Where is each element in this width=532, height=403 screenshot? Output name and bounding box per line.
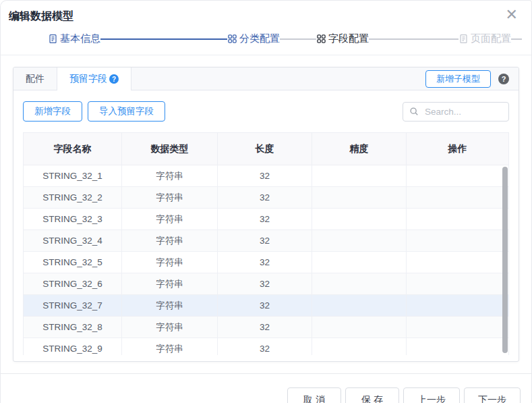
add-field-button[interactable]: 新增字段 xyxy=(23,101,82,122)
cell-precision xyxy=(312,273,407,294)
cell-actions xyxy=(407,317,508,338)
cell-length: 32 xyxy=(218,295,312,316)
fields-panel: 配件 预留字段 ? 新增子模型 ? 新增字段 导入预留字段 字段名称数据类型长度… xyxy=(13,67,519,362)
cell-length: 32 xyxy=(218,252,312,273)
close-icon[interactable]: ✕ xyxy=(506,8,518,22)
step-connector xyxy=(100,38,227,40)
table-row[interactable]: STRING_32_9字符串32 xyxy=(24,338,508,355)
cell-length: 32 xyxy=(218,273,312,294)
table-row[interactable]: STRING_32_6字符串32 xyxy=(24,273,508,295)
column-header: 精度 xyxy=(312,133,407,165)
cell-type: 字符串 xyxy=(122,230,218,251)
help-icon[interactable]: ? xyxy=(109,74,119,84)
table-header-row: 字段名称数据类型长度精度操作 xyxy=(24,133,508,165)
search-box[interactable] xyxy=(403,102,509,122)
cell-actions xyxy=(407,252,508,273)
document-icon xyxy=(459,34,469,44)
cell-name: STRING_32_2 xyxy=(24,187,122,208)
tab-reserved-fields[interactable]: 预留字段 ? xyxy=(57,68,131,90)
cell-precision xyxy=(312,187,407,208)
table-row[interactable]: STRING_32_3字符串32 xyxy=(24,209,508,230)
import-reserved-fields-button[interactable]: 导入预留字段 xyxy=(88,101,165,122)
table-toolbar: 新增字段 导入预留字段 xyxy=(23,101,509,122)
cell-actions xyxy=(407,295,508,316)
dialog-header: 编辑数据模型 ✕ 基本信息分类配置字段配置页面配置 xyxy=(1,1,531,55)
tab-bar: 配件 预留字段 ? 新增子模型 ? xyxy=(13,68,519,90)
column-header: 数据类型 xyxy=(122,133,218,165)
cell-type: 字符串 xyxy=(122,317,218,338)
step-1[interactable]: 基本信息 xyxy=(48,32,100,45)
step-connector xyxy=(280,38,316,40)
cell-name: STRING_32_6 xyxy=(24,273,122,294)
cell-precision xyxy=(312,295,407,316)
cell-name: STRING_32_4 xyxy=(24,230,122,251)
cell-length: 32 xyxy=(218,209,312,230)
dialog-title: 编辑数据模型 xyxy=(9,9,531,23)
edit-data-model-dialog: 编辑数据模型 ✕ 基本信息分类配置字段配置页面配置 配件 预留字段 ? 新增子模… xyxy=(0,0,532,403)
cell-type: 字符串 xyxy=(122,295,218,316)
search-icon xyxy=(409,107,419,116)
stepper: 基本信息分类配置字段配置页面配置 xyxy=(9,32,531,46)
vertical-scrollbar[interactable] xyxy=(502,167,508,353)
grid-icon xyxy=(316,34,326,44)
step-label: 页面配置 xyxy=(471,32,511,45)
cell-length: 32 xyxy=(218,187,312,208)
cell-name: STRING_32_3 xyxy=(24,209,122,230)
cell-length: 32 xyxy=(218,165,312,186)
step-connector xyxy=(369,38,459,40)
save-button[interactable]: 保 存 xyxy=(345,387,399,403)
cell-type: 字符串 xyxy=(122,338,218,355)
cell-precision xyxy=(312,317,407,338)
cell-name: STRING_32_5 xyxy=(24,252,122,273)
table-row[interactable]: STRING_32_4字符串32 xyxy=(24,230,508,252)
tab-bar-actions: 新增子模型 ? xyxy=(425,68,519,90)
add-submodel-button[interactable]: 新增子模型 xyxy=(425,70,491,88)
cell-type: 字符串 xyxy=(122,273,218,294)
cell-type: 字符串 xyxy=(122,187,218,208)
column-header: 长度 xyxy=(218,133,312,165)
search-input[interactable] xyxy=(423,106,502,117)
table-row[interactable]: STRING_32_7字符串32 xyxy=(24,295,508,317)
cell-precision xyxy=(312,230,407,251)
cell-actions xyxy=(407,338,508,355)
cell-precision xyxy=(312,209,407,230)
help-icon[interactable]: ? xyxy=(498,74,509,84)
tab-parts[interactable]: 配件 xyxy=(13,68,57,90)
tab-reserved-fields-label: 预留字段 xyxy=(69,73,107,85)
table-row[interactable]: STRING_32_8字符串32 xyxy=(24,317,508,338)
cell-actions xyxy=(407,230,508,251)
grid-icon xyxy=(227,34,237,44)
table-row[interactable]: STRING_32_1字符串32 xyxy=(24,165,508,187)
footer-actions: 取 消保 存上一步下一步 xyxy=(287,387,521,403)
cell-precision xyxy=(312,252,407,273)
step-label: 字段配置 xyxy=(328,32,369,45)
step-label: 分类配置 xyxy=(239,32,280,45)
cell-type: 字符串 xyxy=(122,209,218,230)
column-header: 操作 xyxy=(407,133,508,165)
footer-divider xyxy=(1,373,531,374)
cell-length: 32 xyxy=(218,230,312,251)
table-row[interactable]: STRING_32_2字符串32 xyxy=(24,187,508,209)
step-2[interactable]: 分类配置 xyxy=(227,32,280,45)
column-header: 字段名称 xyxy=(24,133,122,165)
step-connector xyxy=(511,38,522,40)
cell-actions xyxy=(407,209,508,230)
document-icon xyxy=(48,34,58,44)
step-label: 基本信息 xyxy=(60,32,100,45)
cell-name: STRING_32_9 xyxy=(24,338,122,355)
fields-table: 字段名称数据类型长度精度操作 STRING_32_1字符串32STRING_32… xyxy=(23,132,509,355)
previous-step-button[interactable]: 上一步 xyxy=(403,387,460,403)
table-row[interactable]: STRING_32_5字符串32 xyxy=(24,252,508,273)
next-step-button[interactable]: 下一步 xyxy=(464,387,521,403)
cell-name: STRING_32_8 xyxy=(24,317,122,338)
cell-precision xyxy=(312,338,407,355)
cancel-button[interactable]: 取 消 xyxy=(287,387,341,403)
cell-length: 32 xyxy=(218,338,312,355)
step-4[interactable]: 页面配置 xyxy=(459,32,511,45)
cell-name: STRING_32_1 xyxy=(24,165,122,186)
cell-precision xyxy=(312,165,407,186)
tab-parts-label: 配件 xyxy=(26,73,45,85)
step-3[interactable]: 字段配置 xyxy=(316,32,369,45)
cell-length: 32 xyxy=(218,317,312,338)
cell-type: 字符串 xyxy=(122,165,218,186)
